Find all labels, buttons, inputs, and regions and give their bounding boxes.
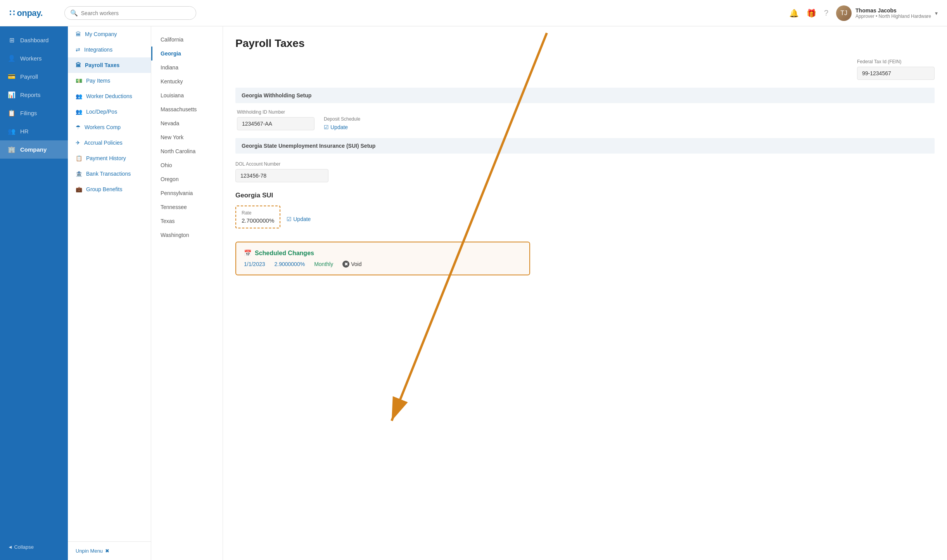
state-item-georgia[interactable]: Georgia	[151, 47, 223, 60]
rate-box: Rate 2.7000000%	[235, 206, 280, 228]
user-name: Thomas Jacobs	[855, 7, 931, 14]
withholding-id-value: 1234567-AA	[237, 117, 315, 130]
rate-label: Rate	[242, 210, 274, 216]
sub-menu-item-payroll-taxes[interactable]: 🏛 Payroll Taxes	[68, 57, 151, 73]
sui-update-link[interactable]: Update	[287, 216, 311, 222]
help-icon[interactable]: ?	[824, 9, 828, 17]
dol-account-group: DOL Account Number 123456-78	[235, 161, 935, 182]
gift-icon[interactable]: 🎁	[807, 9, 816, 18]
sub-menu-label-worker-deductions: Worker Deductions	[86, 93, 132, 99]
rate-update-row: Rate 2.7000000% Update	[235, 206, 935, 232]
calendar-icon: 📅	[244, 249, 252, 257]
sub-menu-label-pay-items: Pay Items	[86, 78, 110, 84]
bell-icon[interactable]: 🔔	[789, 9, 799, 18]
search-box[interactable]: 🔍	[64, 6, 196, 20]
state-item-oregon[interactable]: Oregon	[151, 172, 223, 186]
sidebar-label-payroll: Payroll	[20, 73, 38, 80]
sidebar-item-payroll[interactable]: 💳 Payroll	[0, 67, 68, 86]
void-icon: ✖	[342, 261, 349, 268]
avatar: TJ	[836, 5, 852, 21]
sub-menu-item-pay-items[interactable]: 💵 Pay Items	[68, 73, 151, 88]
reports-icon: 📊	[8, 91, 16, 99]
state-item-nevada[interactable]: Nevada	[151, 116, 223, 130]
sub-menu-item-loc-dep-pos[interactable]: 👥 Loc/Dep/Pos	[68, 104, 151, 119]
loc-dep-pos-icon: 👥	[76, 109, 82, 115]
fein-value: 99-1234567	[857, 67, 935, 80]
integrations-icon: ⇄	[76, 47, 80, 53]
payroll-taxes-icon: 🏛	[76, 62, 81, 68]
sub-menu-item-bank-transactions[interactable]: 🏦 Bank Transactions	[68, 166, 151, 181]
sub-menu-item-accrual-policies[interactable]: ✈ Accrual Policies	[68, 135, 151, 150]
sc-date: 1/1/2023	[244, 261, 265, 267]
state-item-kentucky[interactable]: Kentucky	[151, 74, 223, 88]
sidebar-item-reports[interactable]: 📊 Reports	[0, 86, 68, 104]
state-item-tennessee[interactable]: Tennessee	[151, 200, 223, 214]
sc-void-button[interactable]: ✖ Void	[342, 261, 361, 268]
search-input[interactable]	[81, 10, 151, 16]
withholding-update-link[interactable]: Update	[324, 124, 360, 130]
sidebar-item-filings[interactable]: 📋 Filings	[0, 104, 68, 122]
state-item-texas[interactable]: Texas	[151, 214, 223, 228]
user-role: Approver • North Highland Hardware	[855, 14, 931, 19]
unpin-menu-button[interactable]: Unpin Menu ✖	[68, 541, 151, 560]
withholding-section-header: Georgia Withholding Setup	[235, 88, 935, 103]
avatar-image: TJ	[836, 5, 852, 21]
layout: ⊞ Dashboard 👤 Workers 💳 Payroll 📊 Report…	[0, 26, 947, 560]
search-area: 🔍	[64, 6, 196, 20]
georgia-sui-section: Georgia SUI Rate 2.7000000% Update	[235, 192, 935, 275]
filings-icon: 📋	[8, 109, 16, 117]
search-icon: 🔍	[70, 9, 78, 17]
pay-items-icon: 💵	[76, 78, 82, 84]
sub-menu-label-payment-history: Payment History	[86, 155, 126, 161]
sub-menu-item-group-benefits[interactable]: 💼 Group Benefits	[68, 181, 151, 197]
fein-section: Federal Tax Id (FEIN) 99-1234567	[235, 59, 935, 80]
sidebar-item-dashboard[interactable]: ⊞ Dashboard	[0, 31, 68, 49]
header-icons: 🔔 🎁 ? TJ Thomas Jacobs Approver • North …	[789, 5, 938, 21]
state-item-california[interactable]: California	[151, 33, 223, 47]
sidebar-label-company: Company	[20, 146, 47, 153]
state-item-louisiana[interactable]: Louisiana	[151, 88, 223, 102]
state-item-washington[interactable]: Washington	[151, 228, 223, 242]
sc-rate: 2.9000000%	[275, 261, 305, 267]
sc-void-label: Void	[351, 261, 361, 267]
sub-menu-item-payment-history[interactable]: 📋 Payment History	[68, 150, 151, 166]
worker-deductions-icon: 👥	[76, 93, 82, 99]
unpin-label: Unpin Menu	[76, 548, 103, 554]
state-item-massachusetts[interactable]: Massachusetts	[151, 102, 223, 116]
logo[interactable]: ∷ onpay.	[9, 8, 43, 18]
state-item-north-carolina[interactable]: North Carolina	[151, 144, 223, 158]
state-item-indiana[interactable]: Indiana	[151, 60, 223, 74]
sub-menu-item-my-company[interactable]: 🏛 My Company	[68, 26, 151, 42]
payment-history-icon: 📋	[76, 155, 82, 161]
sidebar-item-hr[interactable]: 👥 HR	[0, 122, 68, 140]
state-item-ohio[interactable]: Ohio	[151, 158, 223, 172]
sidebar-item-company[interactable]: 🏢 Company	[0, 140, 68, 159]
dashboard-icon: ⊞	[8, 36, 16, 44]
bank-transactions-icon: 🏦	[76, 171, 82, 177]
scheduled-changes-label: Scheduled Changes	[255, 250, 314, 257]
deposit-schedule-group: Deposit Schedule Update	[324, 116, 360, 130]
workers-comp-icon: ☂	[76, 124, 81, 130]
sub-menu-item-workers-comp[interactable]: ☂ Workers Comp	[68, 119, 151, 135]
tax-details: Payroll Taxes Federal Tax Id (FEIN) 99-1…	[223, 26, 947, 560]
sidebar-label-hr: HR	[20, 128, 29, 135]
dol-section: DOL Account Number 123456-78	[235, 161, 935, 182]
sub-menu-item-worker-deductions[interactable]: 👥 Worker Deductions	[68, 88, 151, 104]
content-area: California Georgia Indiana Kentucky Loui…	[151, 26, 947, 560]
sidebar-item-workers[interactable]: 👤 Workers	[0, 49, 68, 67]
withholding-id-label: Withholding ID Number	[237, 109, 315, 115]
user-menu[interactable]: TJ Thomas Jacobs Approver • North Highla…	[836, 5, 938, 21]
sidebar-label-filings: Filings	[20, 110, 37, 116]
hr-icon: 👥	[8, 128, 16, 135]
state-item-pennsylvania[interactable]: Pennsylvania	[151, 186, 223, 200]
sidebar-label-dashboard: Dashboard	[20, 37, 48, 43]
sub-menu-item-integrations[interactable]: ⇄ Integrations	[68, 42, 151, 57]
sui-section-header: Georgia State Unemployment Insurance (SU…	[235, 138, 935, 154]
collapse-button[interactable]: ◄ Collapse	[0, 539, 68, 555]
page-title: Payroll Taxes	[235, 37, 935, 50]
my-company-icon: 🏛	[76, 31, 81, 37]
sub-sidebar: 🏛 My Company ⇄ Integrations 🏛 Payroll Ta…	[68, 26, 151, 560]
header: ∷ onpay. 🔍 🔔 🎁 ? TJ Thomas Jacobs Approv…	[0, 0, 947, 26]
state-item-new-york[interactable]: New York	[151, 130, 223, 144]
accrual-policies-icon: ✈	[76, 140, 80, 146]
